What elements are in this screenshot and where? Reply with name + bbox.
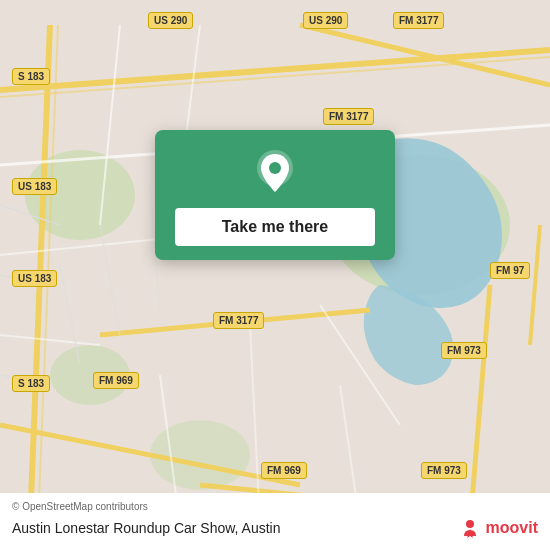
- road-label-s183-top: S 183: [12, 68, 50, 85]
- road-label-fm3177-mid: FM 3177: [323, 108, 374, 125]
- road-label-us183-low: US 183: [12, 270, 57, 287]
- popup-card: Take me there: [155, 130, 395, 260]
- moovit-logo: moovit: [458, 516, 538, 540]
- road-label-us290-top: US 290: [148, 12, 193, 29]
- bottom-bar: © OpenStreetMap contributors Austin Lone…: [0, 493, 550, 550]
- road-label-us290-right: US 290: [303, 12, 348, 29]
- road-label-us183-mid: US 183: [12, 178, 57, 195]
- road-label-fm973-bot: FM 973: [421, 462, 467, 479]
- pin-icon: [251, 148, 299, 196]
- moovit-text: moovit: [486, 519, 538, 537]
- location-row: Austin Lonestar Roundup Car Show, Austin…: [12, 516, 538, 540]
- road-label-fm969-bot: FM 969: [261, 462, 307, 479]
- road-label-fm969-left: FM 969: [93, 372, 139, 389]
- road-label-fm3177-top: FM 3177: [393, 12, 444, 29]
- svg-point-31: [269, 162, 281, 174]
- location-label: Austin Lonestar Roundup Car Show, Austin: [12, 520, 281, 536]
- map-container: US 290 US 290 FM 3177 FM 3177 S 183 US 1…: [0, 0, 550, 550]
- svg-point-32: [466, 520, 474, 528]
- take-me-there-button[interactable]: Take me there: [175, 208, 375, 246]
- map-attribution: © OpenStreetMap contributors: [12, 501, 538, 512]
- road-label-fm97: FM 97: [490, 262, 530, 279]
- svg-point-4: [150, 420, 250, 490]
- road-label-fm973-right: FM 973: [441, 342, 487, 359]
- moovit-brand-icon: [458, 516, 482, 540]
- road-label-fm3177-bot: FM 3177: [213, 312, 264, 329]
- road-label-s183-bot: S 183: [12, 375, 50, 392]
